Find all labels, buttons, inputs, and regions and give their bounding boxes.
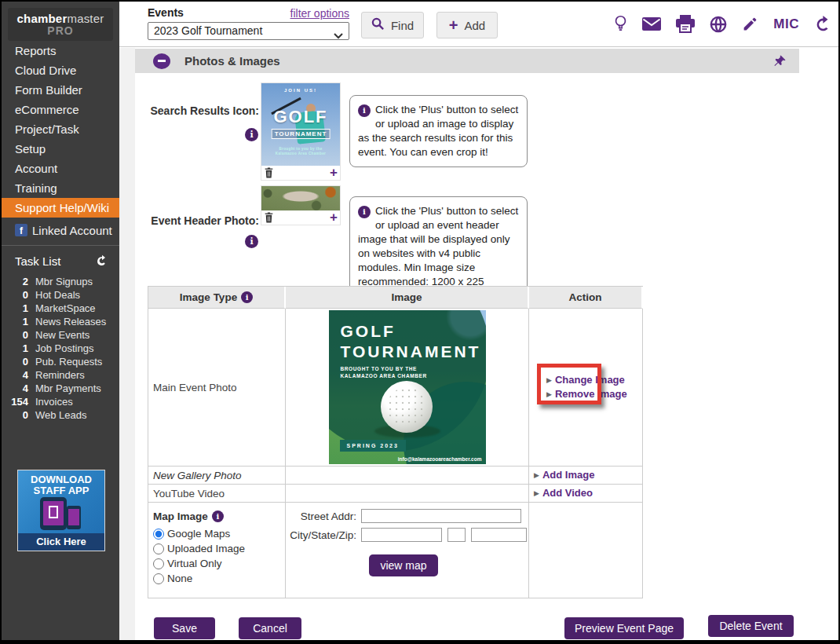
task-list-item[interactable]: 2 Mbr Signups: [2, 275, 119, 288]
globe-icon[interactable]: [710, 16, 727, 33]
app-glyph-icon: [49, 506, 58, 518]
sidebar-item[interactable]: Cloud Drive: [2, 60, 119, 80]
pin-icon[interactable]: [773, 54, 787, 71]
remove-image-link[interactable]: ▶ Remove Image: [546, 388, 627, 401]
preview-event-page-button[interactable]: Preview Event Page: [564, 617, 684, 639]
info-icon[interactable]: i: [245, 235, 258, 248]
lightbulb-icon[interactable]: [614, 14, 627, 34]
sidebar-item-label: Support Help/Wiki: [15, 201, 109, 214]
task-list-item[interactable]: 1 News Releases: [2, 315, 119, 328]
add-image-link[interactable]: ▶ Add Image: [529, 467, 642, 484]
sidebar-item[interactable]: Form Builder: [2, 80, 119, 100]
sidebar-item[interactable]: Reports: [2, 41, 119, 60]
brand-name: chambermaster: [17, 12, 104, 25]
printer-icon[interactable]: [676, 15, 695, 33]
arrow-icon: ▶: [534, 469, 539, 481]
pencil-icon[interactable]: [742, 16, 758, 32]
add-label: Add: [464, 19, 485, 32]
add-video-label: Add Video: [542, 487, 593, 499]
find-button[interactable]: Find: [361, 12, 424, 38]
city-input[interactable]: [361, 528, 442, 542]
collapse-minus-icon[interactable]: [153, 53, 170, 69]
street-addr-input[interactable]: [361, 509, 521, 523]
sidebar-item-label: Cloud Drive: [15, 64, 76, 77]
task-count: 154: [2, 395, 28, 408]
sidebar-item-label: eCommerce: [15, 103, 79, 116]
map-image-label: Map Image: [153, 510, 208, 522]
sidebar-divider: [2, 245, 119, 246]
sidebar-item[interactable]: Support Help/Wiki: [2, 198, 119, 218]
task-list-item[interactable]: 4 Mbr Payments: [2, 382, 119, 395]
task-list-item[interactable]: 0 Hot Deals: [2, 288, 119, 302]
refresh-icon[interactable]: [814, 16, 831, 32]
map-address-cell: Street Addr: City/State/Zip: view map: [286, 503, 529, 598]
poster-title2: TOURNAMENT: [341, 342, 481, 362]
task-list-item[interactable]: 1 Job Postings: [2, 342, 119, 355]
trash-icon[interactable]: [264, 212, 274, 223]
task-list-item[interactable]: 0 New Events: [2, 328, 119, 342]
map-image-radio[interactable]: [153, 558, 164, 569]
info-icon[interactable]: i: [241, 291, 253, 303]
add-button[interactable]: + Add: [436, 12, 498, 38]
sidebar-item[interactable]: Project/Task: [2, 119, 119, 139]
task-refresh-icon[interactable]: [96, 254, 108, 267]
info-icon[interactable]: i: [212, 510, 224, 522]
mic-button[interactable]: MIC: [773, 16, 799, 32]
brand-light: master: [67, 12, 104, 25]
save-button[interactable]: Save: [154, 617, 215, 639]
task-count: 1: [2, 342, 28, 355]
map-image-option[interactable]: Virtual Only: [153, 556, 280, 571]
add-video-link[interactable]: ▶ Add Video: [529, 485, 642, 502]
map-image-radio[interactable]: [153, 573, 164, 584]
event-select[interactable]: 2023 Golf Tournament: [148, 22, 349, 40]
change-image-link[interactable]: ▶ Change Image: [546, 374, 627, 386]
plus-icon[interactable]: +: [330, 167, 338, 178]
delete-event-button[interactable]: Delete Event: [708, 615, 794, 637]
map-image-radio[interactable]: [153, 543, 164, 554]
download-staff-app-banner[interactable]: DOWNLOAD STAFF APP Click Here: [17, 470, 105, 551]
task-list-item[interactable]: 154 Invoices: [2, 395, 119, 408]
filter-options-link[interactable]: filter options: [290, 7, 349, 20]
search-icon-info-box: i Click the 'Plus' button to select or u…: [349, 95, 528, 167]
map-image-option-label: Virtual Only: [167, 558, 222, 569]
row-main-event-photo-type: Main Event Photo: [148, 309, 286, 467]
task-label: Reminders: [35, 368, 85, 382]
remove-image-label: Remove Image: [555, 388, 627, 401]
sidebar-item-linked-account[interactable]: f Linked Account: [2, 219, 119, 241]
sidebar-item[interactable]: Training: [2, 178, 119, 198]
images-table: Image Type i Image Action Main Event Pho…: [148, 286, 643, 598]
staff-app-line2: STAFF APP: [18, 485, 104, 496]
task-list-item[interactable]: 0 Web Leads: [2, 408, 119, 422]
sidebar-nav: Reports Cloud Drive Form Builder eCommer…: [2, 41, 119, 218]
task-label: Invoices: [35, 395, 73, 408]
map-image-radio[interactable]: [153, 529, 164, 540]
cancel-button[interactable]: Cancel: [239, 617, 301, 639]
task-list-item[interactable]: 4 Reminders: [2, 368, 119, 382]
task-label: Pub. Requests: [35, 355, 102, 368]
map-image-option[interactable]: None: [153, 571, 280, 586]
envelope-icon[interactable]: [642, 17, 661, 31]
task-count: 0: [2, 328, 28, 342]
task-list-item[interactable]: 0 Pub. Requests: [2, 355, 119, 368]
map-image-options: Google Maps Uploaded Image Virtual Only: [153, 526, 280, 586]
staff-app-click-here-button[interactable]: Click Here: [18, 533, 104, 551]
sidebar-item[interactable]: Account: [2, 159, 119, 178]
info-icon[interactable]: i: [245, 128, 258, 141]
sidebar-item[interactable]: eCommerce: [2, 100, 119, 119]
trash-icon[interactable]: [264, 167, 274, 178]
plus-icon[interactable]: +: [330, 212, 338, 223]
zip-input[interactable]: [471, 528, 527, 542]
youtube-image-cell: [286, 485, 529, 503]
main-event-photo-image: GOLF TOURNAMENT BROUGHT TO YOU BY THE KA…: [329, 310, 486, 464]
task-list-item[interactable]: 1 MarketSpace: [2, 302, 119, 315]
info-icon: i: [358, 206, 371, 218]
map-image-option[interactable]: Google Maps: [153, 526, 280, 541]
map-image-option[interactable]: Uploaded Image: [153, 541, 280, 556]
state-input[interactable]: [447, 528, 466, 542]
view-map-button[interactable]: view map: [369, 554, 438, 576]
gallery-action-cell: ▶ Add Image: [529, 467, 643, 485]
sidebar-item-label: Setup: [15, 142, 46, 156]
task-label: Job Postings: [35, 342, 93, 355]
info-icon: i: [358, 104, 371, 117]
sidebar-item[interactable]: Setup: [2, 139, 119, 159]
